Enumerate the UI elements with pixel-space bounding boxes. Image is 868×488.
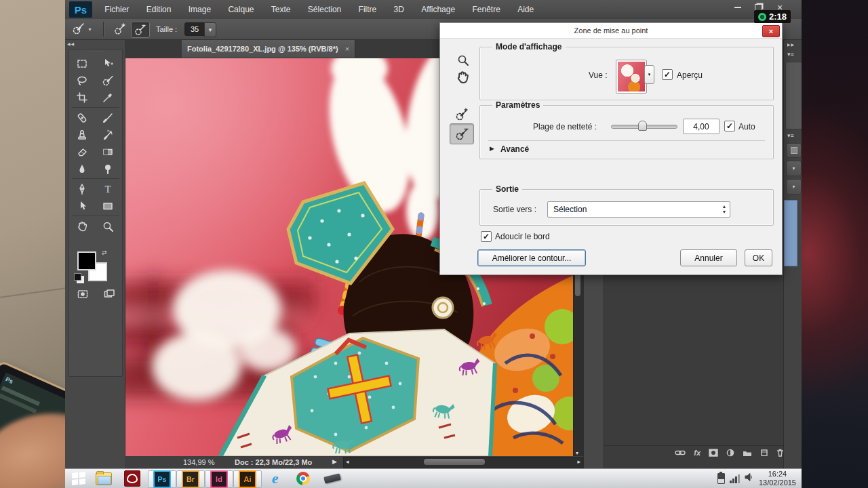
menu-edition[interactable]: Edition	[139, 0, 179, 19]
document-tab[interactable]: Fotolia_42917280_XL.jpg @ 135% (RVB/8*) …	[182, 40, 355, 58]
menu-texte[interactable]: Texte	[264, 0, 298, 19]
tool-healing-brush[interactable]	[69, 109, 95, 126]
tool-shape-rectangle[interactable]	[95, 197, 121, 214]
screen-mode-button[interactable]	[99, 285, 119, 302]
layer-mask-icon[interactable]	[709, 449, 718, 457]
panel-dropdown-button[interactable]: ▾	[786, 161, 802, 176]
stepper-down-icon[interactable]: ▾	[723, 205, 726, 220]
dialog-add-brush-tool[interactable]	[451, 106, 473, 123]
tool-clone-stamp[interactable]	[69, 126, 95, 143]
tool-type[interactable]: T	[95, 180, 121, 197]
tool-eraser[interactable]	[69, 143, 95, 160]
quick-mask-button[interactable]	[73, 285, 93, 302]
tray-clock[interactable]: 16:24 13/02/2015	[759, 470, 799, 487]
link-layers-icon[interactable]	[675, 449, 686, 457]
auto-checkbox[interactable]: ✓	[724, 121, 735, 131]
selected-layer-sliver[interactable]	[784, 200, 797, 266]
tool-gradient[interactable]	[95, 143, 121, 160]
taskbar-bridge-button[interactable]: Br	[176, 470, 205, 488]
creative-cloud-button[interactable]	[122, 470, 142, 487]
tool-move[interactable]	[95, 55, 121, 72]
view-thumbnail[interactable]	[616, 60, 647, 94]
tool-quick-selection[interactable]	[95, 72, 121, 89]
refine-edge-button[interactable]: Améliorer le contour...	[477, 249, 586, 266]
menu-filtre[interactable]: Filtre	[351, 0, 384, 19]
foreground-color-swatch[interactable]	[77, 251, 96, 270]
zoom-level[interactable]: 134,99 %	[183, 458, 214, 466]
adjustment-layer-icon[interactable]	[726, 449, 734, 457]
cancel-button[interactable]: Annuler	[680, 249, 737, 266]
taskbar-illustrator-button[interactable]: Ai	[233, 470, 262, 488]
sharpness-slider-thumb[interactable]	[638, 121, 647, 131]
advanced-label[interactable]: Avancé	[500, 144, 529, 154]
layer-style-icon[interactable]: fx	[694, 449, 701, 457]
document-tab-close-icon[interactable]: ×	[345, 45, 349, 53]
ok-button[interactable]: OK	[745, 249, 772, 266]
network-signal-icon[interactable]	[730, 474, 740, 483]
tool-rectangular-marquee[interactable]	[69, 55, 95, 72]
horizontal-scroll-thumb[interactable]	[424, 459, 485, 465]
view-dropdown-button[interactable]: ▾	[644, 65, 654, 84]
output-to-dropdown[interactable]: Sélection ▴ ▾	[547, 201, 730, 218]
file-explorer-button[interactable]	[94, 470, 114, 487]
battery-icon[interactable]	[717, 473, 725, 484]
scroll-down-icon[interactable]: ▾	[576, 450, 578, 456]
panel-menu-icon[interactable]: ▾≡	[787, 132, 794, 139]
menu-calque[interactable]: Calque	[220, 0, 261, 19]
dialog-subtract-brush-tool[interactable]	[450, 123, 474, 144]
tool-lasso[interactable]	[69, 72, 95, 89]
advanced-arrow-icon[interactable]: ▶	[490, 145, 494, 152]
tool-eyedropper[interactable]	[95, 89, 121, 106]
new-group-icon[interactable]	[743, 449, 752, 457]
internet-explorer-button[interactable]: e	[263, 470, 288, 487]
tool-path-selection[interactable]	[69, 197, 95, 214]
collapsed-panel-block[interactable]	[785, 62, 802, 129]
doc-size-info[interactable]: Doc : 22,3 Mo/22,3 Mo	[235, 458, 312, 466]
usb-device-button[interactable]	[320, 470, 344, 487]
dialog-zoom-tool[interactable]	[454, 52, 473, 69]
size-dropdown-button[interactable]: ▼	[204, 22, 216, 37]
tool-hand[interactable]	[69, 218, 95, 235]
current-tool-icon[interactable]: ▼	[71, 22, 94, 37]
taskbar-indesign-button[interactable]: Id	[205, 470, 233, 488]
scroll-right-icon[interactable]: ▸	[577, 458, 580, 465]
tool-brush[interactable]	[95, 109, 121, 126]
dialog-close-button[interactable]: ×	[762, 25, 780, 37]
canvas-horizontal-scrollbar[interactable]: ◂ ▸	[343, 457, 583, 468]
minimize-button[interactable]	[730, 1, 746, 13]
swap-colors-icon[interactable]: ⇄	[102, 249, 107, 256]
menu-fichier[interactable]: Fichier	[97, 0, 136, 19]
default-colors-icon[interactable]	[74, 273, 81, 281]
size-value[interactable]: 35	[184, 22, 205, 36]
tool-dodge[interactable]	[95, 160, 121, 177]
panel-menu-icon[interactable]: ▾≡	[787, 51, 794, 58]
collapse-dock-icon[interactable]: ◀◀	[67, 41, 75, 46]
new-layer-icon[interactable]	[760, 449, 768, 457]
volume-icon[interactable]	[745, 472, 754, 485]
menu-selection[interactable]: Sélection	[300, 0, 349, 19]
add-to-selection-brush-button[interactable]	[111, 22, 129, 37]
menu-image[interactable]: Image	[181, 0, 218, 19]
tool-zoom[interactable]	[95, 218, 121, 235]
soften-edge-checkbox[interactable]: ✓	[481, 231, 492, 242]
tool-blur[interactable]	[69, 160, 95, 177]
sharpness-value-input[interactable]	[683, 119, 719, 134]
start-button[interactable]	[69, 470, 88, 487]
menu-fenetre[interactable]: Fenêtre	[465, 0, 507, 19]
tool-pen[interactable]	[69, 180, 95, 197]
tool-crop[interactable]	[69, 89, 95, 106]
preview-checkbox[interactable]: ✓	[662, 69, 673, 80]
scroll-left-icon[interactable]: ◂	[346, 458, 349, 465]
menu-aide[interactable]: Aide	[510, 0, 541, 19]
chrome-button[interactable]	[292, 470, 315, 487]
menu-affichage[interactable]: Affichage	[414, 0, 462, 19]
panel-grip[interactable]: ∙∙∙∙∙∙∙∙	[69, 49, 122, 55]
dialog-hand-tool[interactable]	[452, 68, 473, 87]
taskbar-photoshop-button[interactable]: Ps	[148, 470, 176, 488]
tool-history-brush[interactable]	[95, 126, 121, 143]
panel-dropdown-button[interactable]: ▾	[786, 179, 802, 195]
expand-panels-icon[interactable]: ▶▶	[787, 42, 795, 47]
menu-3d[interactable]: 3D	[387, 0, 412, 19]
subtract-from-selection-brush-button[interactable]	[131, 22, 150, 38]
status-flyout-icon[interactable]: ▶	[332, 458, 337, 465]
